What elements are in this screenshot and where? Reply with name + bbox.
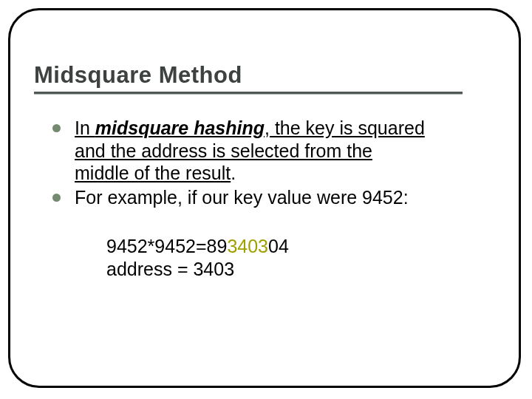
- bullet-1-line3: middle of the result: [75, 163, 231, 183]
- bullet-1-rest1: , the key is squared: [265, 117, 425, 138]
- bullet-1-period: .: [231, 163, 236, 183]
- slide-content: Midsquare Method In midsquare hashing, t…: [34, 62, 498, 281]
- bullet-item-2: For example, if our key value were 9452:: [52, 186, 498, 209]
- bullet-item-1: In midsquare hashing, the key is squared…: [52, 117, 498, 185]
- addr-value: 3403: [193, 259, 234, 279]
- addr-line: address = 3403: [106, 258, 498, 281]
- addr-label: address =: [106, 259, 193, 279]
- calc-line: 9452*9452=89340304: [106, 235, 498, 258]
- example-block: 9452*9452=89340304 address = 3403: [106, 235, 498, 281]
- calc-prefix: 9452*9452=89: [106, 236, 227, 256]
- title-underline: [34, 92, 463, 95]
- bullet-1-line2: and the address is selected from the: [75, 140, 372, 161]
- bullet-2-text: For example, if our key value were 9452:: [75, 187, 409, 208]
- bullet-1-lead: In: [75, 117, 95, 138]
- bullet-list: In midsquare hashing, the key is squared…: [52, 117, 498, 208]
- calc-suffix: 04: [268, 236, 289, 256]
- bullet-1-line1: In midsquare hashing, the key is squared: [75, 117, 425, 138]
- slide-title: Midsquare Method: [34, 62, 498, 89]
- calc-mid: 3403: [227, 236, 268, 256]
- bullet-1-term: midsquare hashing: [95, 117, 265, 138]
